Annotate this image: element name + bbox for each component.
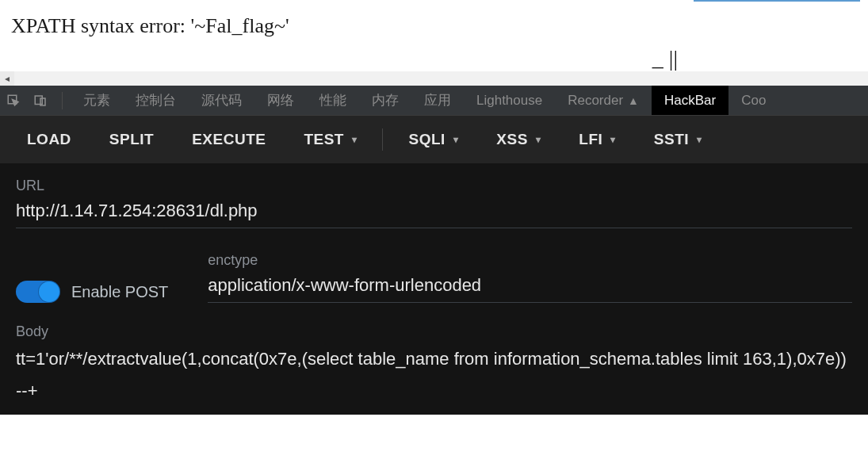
- chevron-down-icon: ▾: [697, 134, 702, 145]
- body-textarea[interactable]: tt=1'or/**/extractvalue(1,concat(0x7e,(s…: [16, 343, 852, 407]
- scroll-left-icon[interactable]: ◂: [0, 71, 14, 86]
- enable-post-toggle[interactable]: [16, 281, 60, 303]
- tab-overflow[interactable]: Coo: [728, 86, 778, 115]
- tab-sources[interactable]: 源代码: [189, 86, 254, 115]
- body-label: Body: [16, 323, 852, 340]
- enctype-label: enctype: [208, 252, 852, 269]
- tab-hackbar[interactable]: HackBar: [652, 86, 728, 115]
- chevron-down-icon: ▾: [352, 134, 358, 145]
- tab-separator: [62, 92, 63, 109]
- tab-network[interactable]: 网络: [254, 86, 307, 115]
- inspect-icon[interactable]: [0, 94, 27, 108]
- test-menu[interactable]: TEST▾: [286, 123, 374, 156]
- load-button[interactable]: LOAD: [10, 123, 89, 156]
- tab-console[interactable]: 控制台: [123, 86, 189, 115]
- url-label: URL: [16, 178, 852, 194]
- tab-performance[interactable]: 性能: [307, 86, 359, 115]
- split-button[interactable]: SPLIT: [92, 123, 171, 156]
- action-separator: [382, 128, 383, 151]
- ssti-menu[interactable]: SSTI▾: [637, 123, 720, 156]
- recorder-beta-icon: ▲: [628, 94, 639, 107]
- execute-button[interactable]: EXECUTE: [174, 123, 283, 156]
- page-decoration: _ ||: [652, 46, 678, 71]
- svg-rect-1: [35, 96, 42, 105]
- chevron-down-icon: ▾: [610, 134, 616, 145]
- xss-menu[interactable]: XSS▾: [479, 123, 558, 156]
- chevron-down-icon: ▾: [536, 134, 541, 145]
- horizontal-scrollbar[interactable]: ◂: [0, 71, 868, 86]
- enctype-select[interactable]: [208, 272, 852, 303]
- tab-elements[interactable]: 元素: [71, 86, 123, 115]
- lfi-menu[interactable]: LFI▾: [561, 123, 633, 156]
- toggle-knob: [39, 281, 59, 302]
- device-toggle-icon[interactable]: [27, 94, 54, 108]
- tab-memory[interactable]: 内存: [359, 86, 411, 115]
- enable-post-label: Enable POST: [71, 283, 168, 301]
- chevron-down-icon: ▾: [453, 134, 459, 145]
- tab-lighthouse[interactable]: Lighthouse: [464, 86, 555, 115]
- url-input[interactable]: [16, 197, 852, 228]
- sqli-menu[interactable]: SQLI▾: [391, 123, 476, 156]
- focus-highlight: [694, 0, 860, 2]
- xpath-error-text: XPATH syntax error: '~Fal_flag~': [11, 14, 289, 37]
- tab-recorder[interactable]: Recorder ▲: [555, 86, 652, 115]
- tab-application[interactable]: 应用: [411, 86, 464, 115]
